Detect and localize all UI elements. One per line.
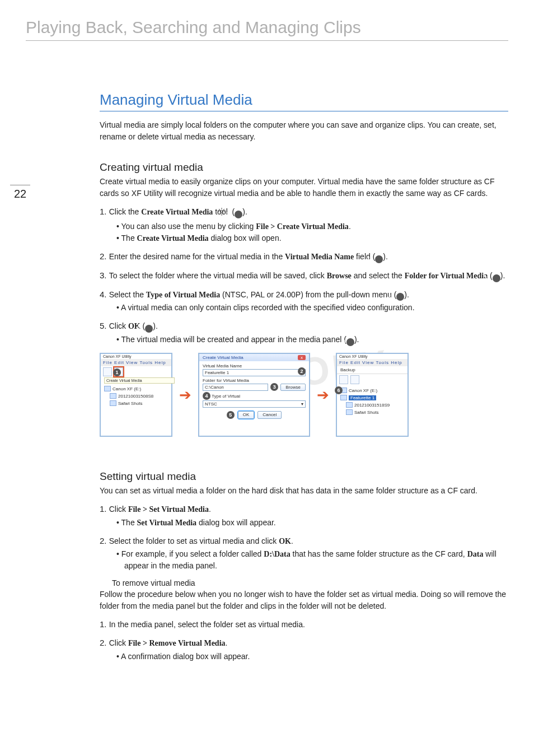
step: Click OK (5). The virtual media will be … xyxy=(100,319,508,346)
svg-line-7 xyxy=(223,209,224,210)
heading-rule xyxy=(100,111,508,111)
close-icon: x xyxy=(298,355,306,360)
callout-2-icon: 2 xyxy=(375,255,383,263)
arrow-right-icon: ➔ xyxy=(179,386,191,404)
svg-point-0 xyxy=(220,210,223,213)
page-number: 22 xyxy=(10,185,30,200)
browse-button: Browse xyxy=(280,384,306,391)
step-list: In the media panel, select the folder se… xyxy=(100,618,508,662)
callout-1-icon: 1 xyxy=(235,211,242,218)
step: Enter the desired name for the virtual m… xyxy=(100,250,508,263)
callout-5-icon: 5 xyxy=(145,325,153,333)
callout-5-icon: 5 xyxy=(227,411,235,419)
step: Select the Type of Virtual Media (NTSC, … xyxy=(100,288,508,314)
divider xyxy=(26,40,508,41)
intro-paragraph: Virtual media are simply local folders o… xyxy=(100,119,508,142)
step: Click File > Remove Virtual Media. A con… xyxy=(100,636,508,662)
callout-4-icon: 4 xyxy=(203,392,210,400)
screenshot-media-panel-after: Canon XF Utility File Edit View Tools He… xyxy=(336,353,409,437)
screenshot-media-panel-before: Canon XF Utility File Edit View Tools He… xyxy=(100,353,172,437)
step-list: Click the Create Virtual Media tool (1).… xyxy=(100,205,508,346)
sub-heading: To remove virtual media xyxy=(112,578,508,587)
ok-button: OK xyxy=(238,411,255,419)
subsection-heading: Creating virtual media xyxy=(100,161,508,174)
arrow-right-icon: ➔ xyxy=(317,386,329,404)
step: Click the Create Virtual Media tool (1).… xyxy=(100,205,508,244)
paragraph: Follow the procedure below when you no l… xyxy=(100,589,508,612)
figure-row: Canon XF Utility File Edit View Tools He… xyxy=(100,353,508,437)
subsection-heading: Setting virtual media xyxy=(100,470,508,483)
chevron-down-icon: ▾ xyxy=(301,402,303,407)
cancel-button: Cancel xyxy=(257,411,282,419)
callout-3-icon: 3 xyxy=(493,274,500,282)
step: In the media panel, select the folder se… xyxy=(100,618,508,631)
chapter-title: Playing Back, Searching and Managing Cli… xyxy=(26,18,508,37)
callout-6-icon: 6 xyxy=(346,338,354,346)
paragraph: Create virtual media to easily organize … xyxy=(100,176,508,199)
step-list: Click File > Set Virtual Media. The Set … xyxy=(100,502,508,572)
screenshot-create-dialog: Create Virtual Mediax Virtual Media Name… xyxy=(198,353,310,437)
step: To select the folder where the virtual m… xyxy=(100,269,508,282)
section-heading: Managing Virtual Media xyxy=(100,91,508,109)
paragraph: You can set as virtual media a folder on… xyxy=(100,485,508,497)
svg-line-6 xyxy=(223,213,224,214)
callout-4-icon: 4 xyxy=(396,293,404,301)
step: Select the folder to set as virtual medi… xyxy=(100,534,508,572)
callout-3-icon: 3 xyxy=(270,383,278,391)
svg-line-5 xyxy=(219,209,220,210)
svg-line-8 xyxy=(219,213,220,214)
step: Click File > Set Virtual Media. The Set … xyxy=(100,502,508,529)
